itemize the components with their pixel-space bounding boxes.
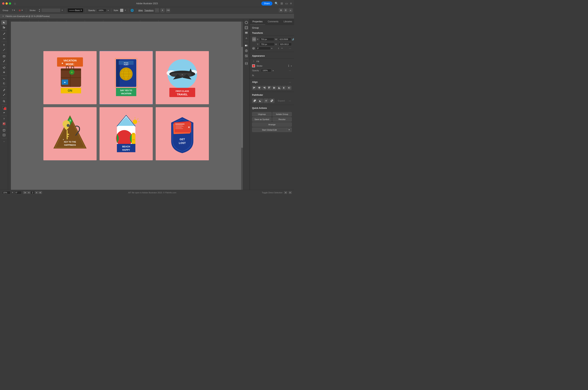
stroke-dropdown[interactable]: ▾ <box>62 9 63 11</box>
toggle-direct-selection-label[interactable]: Toggle Direct Selection <box>262 192 283 194</box>
rotate-input-status[interactable] <box>15 191 22 194</box>
share-button[interactable]: Share <box>261 1 272 5</box>
arrange-button[interactable]: Arrange <box>252 122 292 127</box>
align-right-edge-btn[interactable] <box>262 86 266 90</box>
artboard-6[interactable]: ✕ GET LOST <box>156 107 209 160</box>
pathfinder-minus-front-btn[interactable] <box>258 98 263 103</box>
stroke-panel-btn[interactable] <box>244 20 249 25</box>
distribute-h-center-btn[interactable] <box>287 86 292 90</box>
align-top-edge-btn[interactable] <box>267 86 271 90</box>
style-swatch[interactable] <box>120 9 123 12</box>
stroke-controls[interactable]: ▲▼ <box>39 8 40 12</box>
rotate-dropdown[interactable]: ▾ <box>271 47 272 50</box>
last-page-btn[interactable]: ▸| <box>39 191 42 194</box>
stroke-spinner[interactable]: ▲ ▼ <box>288 64 289 67</box>
transform-label[interactable]: Transform <box>144 9 154 11</box>
art-panel-btn[interactable] <box>244 54 249 58</box>
tab-libraries[interactable]: Libraries <box>281 19 294 25</box>
zoom-dropdown[interactable]: ▾ <box>12 191 13 194</box>
opacity-arrow[interactable]: ▸ <box>108 9 109 11</box>
direct-selection-tool-btn[interactable] <box>1 25 7 30</box>
layers-panel-btn[interactable] <box>244 31 249 35</box>
eyedropper-tool-btn[interactable] <box>1 88 7 92</box>
prev-artboard-btn[interactable]: ◂ <box>284 191 287 194</box>
grid-view-btn[interactable]: ⊞ <box>279 8 283 12</box>
opacity-input[interactable] <box>97 9 106 12</box>
tab-properties[interactable]: Properties <box>250 19 265 25</box>
curvature-tool-btn[interactable] <box>1 36 7 41</box>
gradient-panel-btn[interactable] <box>244 43 249 48</box>
y-input[interactable] <box>260 43 274 46</box>
prev-page-btn[interactable]: ◂ <box>27 191 30 194</box>
fullscreen-button[interactable] <box>9 2 11 5</box>
start-global-edit-button[interactable]: Start Global Edit <box>252 128 287 132</box>
tab-comments[interactable]: Comments <box>265 19 281 25</box>
h-input[interactable] <box>279 43 292 46</box>
transform-options-btn[interactable]: ▾ <box>161 8 165 12</box>
list-view-btn[interactable]: ☰ <box>284 8 288 12</box>
recolor-button[interactable]: Recolor <box>272 117 292 122</box>
vertical-scrollbar-thumb[interactable] <box>241 47 243 148</box>
pathfinder-more-btn[interactable]: ··· <box>288 99 292 102</box>
warp-tool-btn[interactable] <box>1 77 7 81</box>
drawing-mode-btn[interactable] <box>1 128 7 133</box>
flip-h-icon[interactable] <box>277 47 280 50</box>
type-panel-btn[interactable]: A <box>244 36 249 40</box>
fx-panel-btn[interactable] <box>244 49 249 53</box>
opacity-appear-input[interactable] <box>261 69 271 72</box>
zoom-input[interactable] <box>2 191 10 194</box>
align-label[interactable]: Align <box>138 9 143 11</box>
rotate-input[interactable] <box>256 47 271 50</box>
artboard-4[interactable]: 7 <box>43 107 97 160</box>
transform-grid-icon[interactable] <box>252 37 256 42</box>
isolate-group-button[interactable]: Isolate Group <box>272 112 292 116</box>
stroke-swatch[interactable] <box>252 64 255 67</box>
home-icon[interactable]: ⌂ <box>14 2 16 5</box>
screen-mode-btn[interactable] <box>1 133 7 137</box>
flip-v-icon[interactable] <box>281 47 284 50</box>
close-button[interactable] <box>2 2 4 5</box>
transform-more-btn[interactable]: ··· <box>288 47 292 50</box>
page-input[interactable] <box>31 191 35 194</box>
globe-button[interactable]: 🌐 <box>130 9 134 12</box>
distribute-left-btn[interactable] <box>282 86 287 90</box>
layout-icon[interactable]: ▭ <box>285 2 288 5</box>
rectangle-tool-btn[interactable] <box>1 54 7 58</box>
align-options-btn[interactable]: ⋯ <box>155 8 159 12</box>
first-page-btn[interactable]: |◂ <box>23 191 27 194</box>
opacity-arrow-btn[interactable]: ▸ <box>273 69 274 72</box>
align-left-edge-btn[interactable] <box>252 86 256 90</box>
save-as-symbol-button[interactable]: Save as Symbol <box>252 117 272 122</box>
free-transform-btn[interactable] <box>1 81 7 86</box>
measure-tool-btn[interactable] <box>1 93 7 97</box>
question-tool[interactable]: ? ▾ <box>11 9 16 12</box>
global-edit-dropdown-btn[interactable]: ▾ <box>287 128 292 132</box>
swap-colors-btn[interactable]: ⇄ <box>1 110 7 115</box>
selection-tool-btn[interactable] <box>1 20 7 25</box>
pathfinder-intersect-btn[interactable] <box>264 98 269 103</box>
align-h-center-btn[interactable] <box>257 86 261 90</box>
stroke-input[interactable] <box>42 9 60 12</box>
x-input[interactable] <box>259 38 274 41</box>
expand-btn[interactable]: Expand <box>278 100 285 102</box>
align-more-btn[interactable]: ··· <box>288 81 292 84</box>
next-page-btn[interactable]: ▸ <box>35 191 38 194</box>
line-tool-btn[interactable] <box>1 48 7 52</box>
lock-icon[interactable]: 🔗 <box>292 38 294 41</box>
align-panel-btn[interactable] <box>244 61 249 66</box>
help-tool-btn[interactable]: ? <box>1 117 7 121</box>
align-v-center-btn[interactable] <box>272 86 277 90</box>
minimize-button[interactable] <box>5 2 8 5</box>
canvas-viewport[interactable]: VACATION MODE: ✦ <box>11 22 243 190</box>
paintbrush-tool-btn[interactable] <box>1 59 7 63</box>
more-tools-btn[interactable]: ··· <box>1 139 7 144</box>
panels-toggle-btn[interactable]: ≡ <box>289 8 293 12</box>
menu-icon[interactable]: ≡ <box>290 2 292 5</box>
image-panel-btn[interactable] <box>244 25 249 30</box>
appearance-more-btn[interactable]: ··· <box>288 69 292 72</box>
artboard-5[interactable]: SPF BEACH HAPPY <box>100 107 153 160</box>
next-artboard-btn[interactable]: ▸ <box>289 191 292 194</box>
artboard-3[interactable]: ✕ FIRST-CLASS TRAVEL <box>156 51 209 104</box>
align-bottom-edge-btn[interactable] <box>277 86 282 90</box>
panels-icon[interactable]: ⊞ <box>281 2 283 5</box>
